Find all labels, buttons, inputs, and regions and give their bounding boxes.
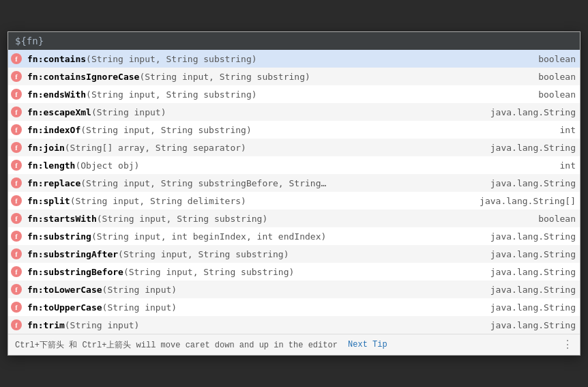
- return-type: boolean: [538, 72, 576, 82]
- fn-params: (String input): [91, 107, 166, 117]
- function-badge: f: [11, 106, 22, 117]
- fn-name: fn:replace: [27, 178, 80, 188]
- fn-params: (String input, String substringBefore, S…: [80, 178, 326, 188]
- list-item[interactable]: ffn:containsIgnoreCase(String input, Str…: [8, 68, 580, 85]
- fn-params: (String input): [102, 285, 177, 295]
- list-item[interactable]: ffn:contains(String input, String substr…: [8, 50, 580, 68]
- fn-name: fn:contains: [27, 54, 86, 64]
- fn-params: (String[] array, String separator): [65, 143, 246, 153]
- fn-name: fn:endsWith: [27, 89, 86, 100]
- fn-name: fn:split: [27, 196, 70, 206]
- return-type: int: [560, 160, 576, 171]
- item-signature: fn:startsWith(String input, String subst…: [27, 214, 533, 224]
- return-type: java.lang.String: [490, 267, 576, 277]
- fn-name: fn:substringAfter: [27, 249, 118, 259]
- fn-params: (String input, String delimiters): [70, 196, 246, 206]
- return-type: boolean: [538, 214, 576, 224]
- fn-name: fn:toLowerCase: [27, 285, 102, 295]
- list-item[interactable]: ffn:toUpperCase(String input)java.lang.S…: [8, 298, 580, 316]
- list-item[interactable]: ffn:replace(String input, String substri…: [8, 174, 580, 192]
- item-signature: fn:escapeXml(String input): [27, 107, 485, 117]
- list-item[interactable]: ffn:substringAfter(String input, String …: [8, 245, 580, 263]
- item-signature: fn:substringBefore(String input, String …: [27, 267, 485, 277]
- list-item[interactable]: ffn:trim(String input)java.lang.String: [8, 316, 580, 334]
- return-type: java.lang.String: [490, 143, 576, 153]
- header-bar: ${fn}: [8, 32, 580, 50]
- footer-static-text: Ctrl+下箭头 和 Ctrl+上箭头 will move caret down…: [15, 339, 338, 351]
- list-item[interactable]: ffn:toLowerCase(String input)java.lang.S…: [8, 281, 580, 298]
- list-item[interactable]: ffn:endsWith(String input, String substr…: [8, 85, 580, 103]
- completion-list[interactable]: ffn:contains(String input, String substr…: [8, 50, 580, 334]
- function-badge: f: [11, 89, 22, 100]
- item-signature: fn:substring(String input, int beginInde…: [27, 231, 485, 242]
- item-signature: fn:toUpperCase(String input): [27, 302, 485, 313]
- return-type: boolean: [538, 89, 576, 100]
- list-item[interactable]: ffn:indexOf(String input, String substri…: [8, 121, 580, 139]
- fn-name: fn:escapeXml: [27, 107, 91, 117]
- item-signature: fn:replace(String input, String substrin…: [27, 178, 485, 188]
- fn-params: (String input, int beginIndex, int endIn…: [91, 231, 326, 242]
- list-item[interactable]: ffn:substring(String input, int beginInd…: [8, 227, 580, 245]
- item-signature: fn:contains(String input, String substri…: [27, 54, 533, 64]
- function-badge: f: [11, 319, 22, 330]
- fn-params: (Object obj): [75, 160, 139, 171]
- fn-params: (String input): [102, 302, 177, 313]
- fn-params: (String input, String substring): [86, 89, 256, 100]
- fn-params: (String input, String substring): [139, 72, 310, 82]
- return-type: java.lang.String: [490, 302, 576, 313]
- fn-name: fn:toUpperCase: [27, 302, 102, 313]
- fn-name: fn:join: [27, 143, 65, 153]
- list-item[interactable]: ffn:substringBefore(String input, String…: [8, 263, 580, 281]
- return-type: int: [560, 125, 576, 135]
- header-text: ${fn}: [15, 35, 44, 46]
- list-item[interactable]: ffn:startsWith(String input, String subs…: [8, 210, 580, 227]
- list-item[interactable]: ffn:join(String[] array, String separato…: [8, 139, 580, 156]
- function-badge: f: [11, 302, 22, 313]
- list-item[interactable]: ffn:escapeXml(String input)java.lang.Str…: [8, 103, 580, 121]
- item-signature: fn:split(String input, String delimiters…: [27, 196, 474, 206]
- return-type: java.lang.String: [490, 249, 576, 259]
- fn-name: fn:substringBefore: [27, 267, 123, 277]
- return-type: java.lang.String: [490, 320, 576, 330]
- function-badge: f: [11, 213, 22, 224]
- footer-bar: Ctrl+下箭头 和 Ctrl+上箭头 will move caret down…: [8, 334, 580, 355]
- item-signature: fn:join(String[] array, String separator…: [27, 143, 485, 153]
- function-badge: f: [11, 248, 22, 259]
- fn-name: fn:trim: [27, 320, 65, 330]
- list-item[interactable]: ffn:split(String input, String delimiter…: [8, 192, 580, 210]
- item-signature: fn:containsIgnoreCase(String input, Stri…: [27, 72, 533, 82]
- function-badge: f: [11, 177, 22, 188]
- next-tip-link[interactable]: Next Tip: [348, 340, 387, 349]
- item-signature: fn:toLowerCase(String input): [27, 285, 485, 295]
- function-badge: f: [11, 160, 22, 171]
- function-badge: f: [11, 142, 22, 153]
- more-icon[interactable]: ⋮: [562, 338, 573, 352]
- function-badge: f: [11, 231, 22, 242]
- function-badge: f: [11, 284, 22, 295]
- function-badge: f: [11, 71, 22, 82]
- return-type: java.lang.String: [490, 285, 576, 295]
- return-type: java.lang.String: [490, 107, 576, 117]
- footer-hint: Ctrl+下箭头 和 Ctrl+上箭头 will move caret down…: [15, 339, 387, 351]
- fn-name: fn:containsIgnoreCase: [27, 72, 139, 82]
- fn-name: fn:length: [27, 160, 75, 171]
- function-badge: f: [11, 266, 22, 277]
- return-type: java.lang.String: [490, 178, 576, 188]
- fn-params: (String input, String substring): [80, 125, 251, 135]
- fn-name: fn:indexOf: [27, 125, 80, 135]
- fn-params: (String input, String substring): [97, 214, 267, 224]
- function-badge: f: [11, 53, 22, 64]
- item-signature: fn:indexOf(String input, String substrin…: [27, 125, 555, 135]
- fn-params: (String input, String substring): [123, 267, 294, 277]
- item-signature: fn:substringAfter(String input, String s…: [27, 249, 485, 259]
- list-item[interactable]: ffn:length(Object obj)int: [8, 156, 580, 174]
- fn-params: (String input): [65, 320, 140, 330]
- fn-params: (String input, String substring): [118, 249, 289, 259]
- item-signature: fn:trim(String input): [27, 320, 485, 330]
- function-badge: f: [11, 124, 22, 135]
- fn-params: (String input, String substring): [86, 54, 256, 64]
- return-type: java.lang.String[]: [480, 196, 576, 206]
- fn-name: fn:startsWith: [27, 214, 97, 224]
- fn-name: fn:substring: [27, 231, 91, 242]
- item-signature: fn:length(Object obj): [27, 160, 555, 171]
